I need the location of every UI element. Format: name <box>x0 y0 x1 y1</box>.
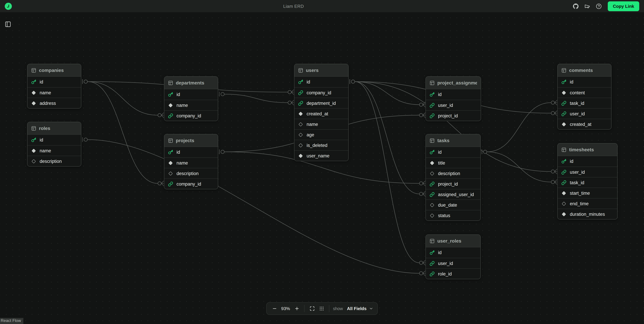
relationship-edge-departments-users[interactable] <box>219 92 294 105</box>
table-tasks[interactable]: tasksidtitledescriptionproject_idassigne… <box>426 134 481 221</box>
column-row[interactable]: assigned_user_id <box>426 189 480 200</box>
table-header[interactable]: projects <box>164 134 218 147</box>
column-row[interactable]: user_id <box>426 100 481 110</box>
column-row[interactable]: id <box>558 156 617 167</box>
column-row[interactable]: name <box>294 119 348 129</box>
column-name: name <box>306 122 318 127</box>
table-icon <box>430 80 435 85</box>
relationship-edge-roles-user_roles[interactable] <box>82 137 425 276</box>
column-name: id <box>438 150 442 155</box>
column-type-icon-wrap <box>31 101 36 106</box>
column-row[interactable]: is_deleted <box>294 140 348 150</box>
column-row[interactable]: id <box>164 147 218 157</box>
column-row[interactable]: id <box>426 89 481 100</box>
relationship-edge-companies-projects[interactable] <box>82 79 164 186</box>
column-type-icon-wrap <box>298 132 303 137</box>
column-row[interactable]: start_time <box>558 188 617 198</box>
column-row[interactable]: description <box>426 168 480 179</box>
copy-link-button[interactable]: Copy Link <box>608 1 639 11</box>
column-row[interactable]: user_id <box>558 108 611 119</box>
column-row[interactable]: status <box>426 210 480 221</box>
table-departments[interactable]: departmentsidnamecompany_id <box>164 76 218 121</box>
table-projects[interactable]: projectsidnamedescriptioncompany_id <box>164 134 218 189</box>
help-button[interactable] <box>594 1 604 11</box>
sidebar-toggle-button[interactable] <box>4 20 12 28</box>
column-row[interactable]: name <box>28 87 81 98</box>
column-row[interactable]: content <box>558 87 611 98</box>
fit-view-button[interactable] <box>308 304 316 313</box>
relationship-edge-users-user_roles[interactable] <box>350 79 425 265</box>
column-row[interactable]: task_id <box>558 177 617 188</box>
column-row[interactable]: id <box>294 77 348 87</box>
table-companies[interactable]: companiesidnameaddress <box>27 64 81 109</box>
column-row[interactable]: user_id <box>558 167 617 177</box>
zoom-out-button[interactable] <box>270 304 279 313</box>
column-row[interactable]: project_id <box>426 179 480 189</box>
column-name: user_id <box>438 261 453 266</box>
table-comments[interactable]: commentsidcontenttask_iduser_idcreated_a… <box>557 64 612 130</box>
table-header[interactable]: roles <box>28 122 81 135</box>
column-row[interactable]: company_id <box>164 179 218 189</box>
relationship-edge-companies-departments[interactable] <box>82 79 164 118</box>
column-row[interactable]: created_at <box>558 119 611 129</box>
table-header[interactable]: tasks <box>426 134 480 147</box>
erd-canvas[interactable]: 93% show All Fields <box>0 0 644 324</box>
column-row[interactable]: name <box>28 145 81 156</box>
column-name: status <box>438 213 450 218</box>
table-header[interactable]: project_assignme... <box>426 77 481 89</box>
column-row[interactable]: duration_minutes <box>558 209 617 219</box>
column-row[interactable]: age <box>294 129 348 140</box>
column-row[interactable]: due_date <box>426 200 480 210</box>
column-row[interactable]: department_id <box>294 98 348 108</box>
column-row[interactable]: role_id <box>426 268 480 279</box>
zoom-in-button[interactable] <box>292 304 301 313</box>
liam-logo[interactable] <box>5 3 12 10</box>
table-users[interactable]: usersidcompany_iddepartment_idcreated_at… <box>294 64 348 161</box>
table-header[interactable]: timesheets <box>558 143 617 156</box>
column-row[interactable]: created_at <box>294 108 348 119</box>
column-row[interactable]: id <box>426 247 480 258</box>
column-row[interactable]: title <box>426 157 480 168</box>
column-row[interactable]: id <box>28 77 81 87</box>
column-row[interactable]: description <box>164 168 218 179</box>
column-row[interactable]: id <box>28 135 81 145</box>
column-row[interactable]: end_time <box>558 198 617 209</box>
column-row[interactable]: id <box>558 77 611 87</box>
column-name: role_id <box>438 271 452 276</box>
github-button[interactable] <box>570 1 581 11</box>
column-row[interactable]: name <box>164 157 218 168</box>
column-row[interactable]: user_id <box>426 258 480 268</box>
column-name: id <box>570 79 573 84</box>
column-type-icon-wrap <box>298 111 303 116</box>
column-row[interactable]: company_id <box>164 110 218 121</box>
table-header[interactable]: users <box>294 64 348 77</box>
nullable-diamond-icon <box>168 171 172 176</box>
column-type-icon-wrap <box>31 79 36 84</box>
column-name: name <box>176 103 188 108</box>
relationship-edge-users-tasks[interactable] <box>350 79 425 197</box>
fields-filter-dropdown[interactable]: All Fields <box>346 306 374 311</box>
column-row[interactable]: id <box>426 147 480 157</box>
column-row[interactable]: company_id <box>294 87 348 98</box>
column-row[interactable]: user_name <box>294 150 348 161</box>
relationship-edge-tasks-timesheets[interactable] <box>482 149 557 185</box>
table-user_roles[interactable]: user_rolesiduser_idrole_id <box>426 234 481 279</box>
column-row[interactable]: task_id <box>558 98 611 108</box>
react-flow-attribution[interactable]: React Flow <box>0 318 24 324</box>
table-project_assignments[interactable]: project_assignme...iduser_idproject_id <box>426 76 481 121</box>
table-roles[interactable]: rolesidnamedescription <box>27 122 81 167</box>
column-name: assigned_user_id <box>438 192 474 197</box>
column-row[interactable]: address <box>28 98 81 108</box>
column-row[interactable]: project_id <box>426 110 481 121</box>
tidy-up-button[interactable] <box>317 304 326 313</box>
table-timesheets[interactable]: timesheetsiduser_idtask_idstart_timeend_… <box>557 143 618 220</box>
column-row[interactable]: description <box>28 156 81 166</box>
table-header[interactable]: comments <box>558 64 611 77</box>
table-header[interactable]: companies <box>28 64 81 77</box>
table-header[interactable]: user_roles <box>426 235 480 247</box>
column-row[interactable]: id <box>164 89 218 100</box>
table-header[interactable]: departments <box>164 77 218 89</box>
column-row[interactable]: name <box>164 100 218 110</box>
release-notes-button[interactable] <box>582 1 592 11</box>
table-icon <box>430 138 435 143</box>
